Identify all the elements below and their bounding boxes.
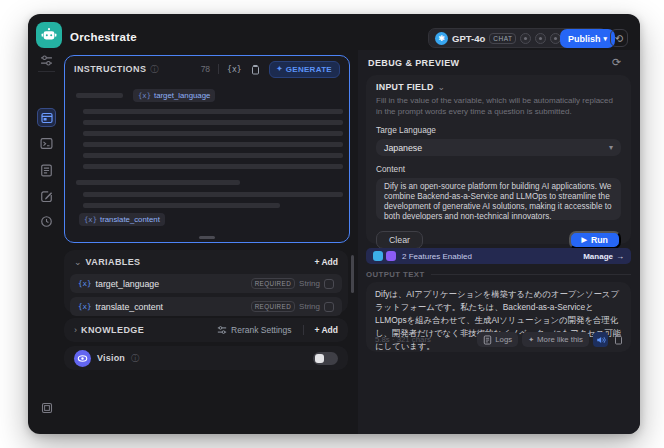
chevron-right-icon[interactable]: › bbox=[74, 325, 77, 335]
variable-type: String bbox=[299, 279, 320, 288]
model-feature-icon-1 bbox=[520, 33, 531, 44]
input-field-card: INPUT FIELD ⌄ Fill in the value of the v… bbox=[366, 75, 631, 244]
resize-handle[interactable] bbox=[199, 236, 215, 239]
select-value: Japanese bbox=[384, 143, 422, 153]
sidebar-item-orchestrate[interactable] bbox=[37, 108, 56, 127]
sparkle-icon: ✦ bbox=[277, 65, 283, 73]
vision-label: Vision bbox=[97, 353, 125, 363]
output-header: OUTPUT TEXT bbox=[366, 270, 631, 279]
sidebar-item-terminal[interactable] bbox=[39, 136, 54, 151]
logs-button[interactable]: Logs bbox=[477, 332, 518, 347]
publish-button[interactable]: Publish ▾ bbox=[560, 29, 615, 48]
rerank-icon bbox=[217, 325, 227, 335]
refresh-glyph: ⟳ bbox=[612, 56, 621, 68]
debug-title: DEBUG & PREVIEW bbox=[368, 58, 460, 68]
knowledge-section: › KNOWLEDGE Rerank Settings + Add bbox=[64, 318, 348, 342]
info-icon: ⓘ bbox=[150, 64, 158, 75]
sidebar-item-tools[interactable] bbox=[39, 53, 54, 68]
play-icon: ▶ bbox=[582, 236, 587, 244]
content-label: Content bbox=[376, 164, 621, 174]
run-button[interactable]: ▶ Run bbox=[569, 231, 622, 249]
prompt-variable-chip[interactable]: {x} translate_content bbox=[79, 213, 165, 226]
output-meta: 5.8s · 321 chars bbox=[375, 335, 431, 344]
output-title: OUTPUT TEXT bbox=[366, 270, 425, 279]
add-variable-button[interactable]: + Add bbox=[315, 257, 339, 267]
target-language-select[interactable]: Japanese ▾ bbox=[376, 139, 621, 156]
more-like-this-label: More like this bbox=[537, 335, 583, 344]
chip-name: target_language bbox=[154, 91, 210, 100]
insert-variable-icon[interactable]: {x} bbox=[227, 65, 241, 74]
content-textarea[interactable]: Dify is an open-source platform for buil… bbox=[376, 178, 621, 220]
variable-settings-icon[interactable] bbox=[324, 279, 334, 289]
variable-type: String bbox=[299, 302, 320, 311]
input-field-header[interactable]: INPUT FIELD ⌄ bbox=[376, 82, 621, 92]
add-knowledge-button[interactable]: + Add bbox=[315, 325, 339, 335]
chevron-down-icon: ▾ bbox=[609, 143, 613, 152]
plus-icon: + bbox=[315, 257, 320, 267]
toggle-knob bbox=[315, 354, 324, 363]
publish-label: Publish bbox=[568, 34, 601, 44]
target-language-label: Targe Language bbox=[376, 125, 621, 135]
vision-section: Vision ⓘ bbox=[64, 346, 348, 370]
refresh-icon[interactable]: ⟳ bbox=[612, 56, 621, 69]
clear-button[interactable]: Clear bbox=[376, 231, 423, 249]
chevron-down-icon[interactable]: ⌄ bbox=[74, 257, 82, 267]
required-badge: REQUIRED bbox=[251, 301, 295, 312]
generate-label: GENERATE bbox=[286, 65, 332, 74]
logs-label: Logs bbox=[495, 335, 512, 344]
instructions-panel[interactable]: INSTRUCTIONS ⓘ 78 {x} ✦ GENERATE {x} tar… bbox=[64, 55, 350, 243]
sidebar-item-annotation[interactable] bbox=[39, 189, 54, 204]
divider bbox=[303, 325, 304, 335]
skeleton-bar bbox=[76, 180, 240, 185]
features-bar[interactable]: 2 Features Enabled Manage → bbox=[366, 248, 631, 264]
sidebar-item-logs[interactable] bbox=[39, 163, 54, 178]
prompt-variable-chip[interactable]: {x} target_language bbox=[133, 89, 215, 102]
skeleton-bar bbox=[83, 142, 343, 147]
generate-button[interactable]: ✦ GENERATE bbox=[269, 61, 340, 78]
skeleton-bar bbox=[83, 192, 343, 197]
speaker-icon[interactable] bbox=[593, 332, 608, 347]
variable-settings-icon[interactable] bbox=[324, 302, 334, 312]
skeleton-bar bbox=[83, 203, 280, 208]
debug-panel: DEBUG & PREVIEW ⟳ INPUT FIELD ⌄ Fill in … bbox=[358, 50, 640, 434]
sidebar-divider bbox=[38, 71, 55, 72]
copy-icon[interactable] bbox=[611, 333, 625, 347]
scrollbar[interactable] bbox=[351, 255, 354, 293]
variables-title: VARIABLES bbox=[86, 257, 141, 267]
sidebar-item-settings[interactable] bbox=[39, 214, 54, 229]
variable-name: translate_content bbox=[96, 302, 164, 312]
history-glyph: ⟲ bbox=[615, 33, 623, 44]
copy-icon[interactable] bbox=[250, 64, 260, 75]
manage-features-button[interactable]: Manage → bbox=[583, 252, 624, 261]
history-icon[interactable]: ⟲ bbox=[610, 29, 628, 47]
chevron-down-icon: ⌄ bbox=[438, 82, 446, 92]
rerank-settings-button[interactable]: Rerank Settings bbox=[217, 325, 291, 335]
variable-row[interactable]: {x} translate_content REQUIRED String bbox=[70, 297, 342, 316]
add-label: Add bbox=[321, 257, 338, 267]
plus-icon: + bbox=[315, 325, 320, 335]
char-count: 78 bbox=[201, 64, 210, 74]
variable-row[interactable]: {x} target_language REQUIRED String bbox=[70, 274, 342, 293]
citation-feature-icon bbox=[386, 251, 396, 261]
sidebar-collapse-icon[interactable] bbox=[39, 400, 54, 415]
openai-icon: ✱ bbox=[435, 32, 448, 45]
robot-icon bbox=[41, 27, 57, 43]
skeleton-bar bbox=[83, 164, 343, 169]
chip-prefix: {x} bbox=[84, 215, 97, 224]
divider bbox=[431, 274, 631, 275]
variable-icon: {x} bbox=[78, 302, 92, 311]
more-like-this-button[interactable]: ✦ More like this bbox=[522, 332, 589, 347]
knowledge-title: KNOWLEDGE bbox=[81, 325, 144, 335]
vision-toggle[interactable] bbox=[313, 352, 338, 365]
skeleton-bar bbox=[83, 131, 343, 136]
input-field-title: INPUT FIELD bbox=[376, 82, 434, 92]
app-window: Orchestrate ✱ GPT-4o CHAT Publish ▾ ⟲ bbox=[28, 14, 640, 434]
variable-name: target_language bbox=[96, 279, 160, 289]
speech-feature-icon bbox=[373, 251, 383, 261]
variable-icon: {x} bbox=[78, 279, 92, 288]
rerank-label: Rerank Settings bbox=[231, 325, 291, 335]
app-logo[interactable] bbox=[36, 22, 62, 48]
features-enabled-text: 2 Features Enabled bbox=[402, 252, 472, 261]
variables-section: ⌄ VARIABLES + Add {x} target_language RE… bbox=[64, 250, 348, 313]
logs-icon bbox=[483, 335, 492, 345]
